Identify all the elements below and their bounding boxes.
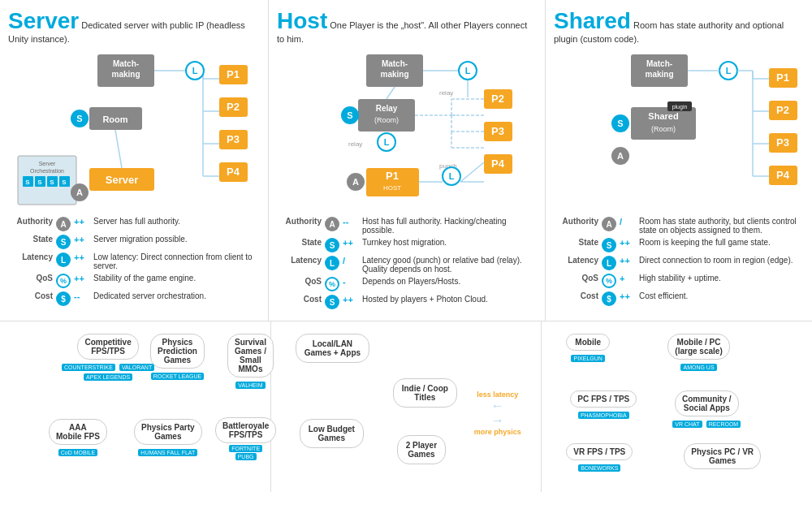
- svg-text:P3: P3: [491, 125, 504, 137]
- server-diagram: Match- making L: [8, 50, 260, 213]
- svg-text:P2: P2: [227, 101, 240, 113]
- svg-text:L: L: [465, 66, 471, 75]
- svg-text:plugin: plugin: [672, 104, 688, 110]
- svg-text:Match-: Match-: [646, 59, 672, 68]
- svg-line-81: [387, 87, 395, 99]
- uc-physics-pc-vr: Physics PC / VRGames: [684, 443, 761, 469]
- shared-title: Shared: [554, 8, 631, 33]
- svg-text:(Room): (Room): [651, 125, 676, 133]
- svg-text:making: making: [111, 70, 140, 79]
- server-header: Server Dedicated server with public IP (…: [8, 8, 260, 44]
- feature-cost: Cost $ -- Dedicated server orchestration…: [8, 291, 260, 306]
- server-features: Authority A ++ Server has full authority…: [8, 217, 260, 306]
- svg-text:Room: Room: [102, 114, 127, 124]
- feature-latency: Latency L ++ Low latency: Direct connect…: [8, 252, 260, 270]
- svg-line-30: [115, 130, 122, 168]
- shared-feature-authority: Authority A / Room has state authority, …: [554, 217, 806, 235]
- uc-survival: SurvivalGames /Small MMOs VALHEIM: [227, 334, 274, 389]
- svg-text:L: L: [192, 66, 198, 75]
- host-features: Authority A -- Host has full authority. …: [277, 217, 537, 309]
- svg-line-79: [460, 162, 484, 182]
- host-feature-state: State S ++ Turnkey host migration.: [277, 238, 537, 252]
- uc-arrow-latency: less latency ← → more physics: [474, 390, 521, 436]
- svg-text:HOST: HOST: [383, 184, 401, 192]
- svg-text:L: L: [449, 171, 455, 181]
- svg-text:P4: P4: [491, 157, 505, 170]
- svg-text:S: S: [617, 119, 623, 128]
- uc-vr-fps: VR FPS / TPS BONEWORKS: [566, 443, 633, 472]
- svg-text:S: S: [25, 179, 30, 186]
- uc-competitive: CompetitiveFPS/TPS COUNTERSTRIKE VALORAN…: [61, 334, 155, 381]
- svg-text:relay: relay: [348, 140, 362, 148]
- svg-text:Match-: Match-: [113, 59, 139, 68]
- uc-community: Community /Social Apps VR CHAT RECROOM: [672, 390, 741, 428]
- svg-text:P3: P3: [227, 133, 240, 145]
- shared-feature-cost: Cost $ ++ Cost efficient.: [554, 291, 806, 306]
- svg-text:S: S: [37, 179, 42, 186]
- uc-physics-party: Physics PartyGames HUMANS FALL FLAT: [134, 419, 202, 456]
- svg-text:relay: relay: [439, 89, 453, 97]
- svg-text:P1: P1: [776, 71, 789, 84]
- shared-header: Shared Room has state authority and opti…: [554, 8, 806, 44]
- host-header: Host One Player is the „host". All other…: [277, 8, 537, 44]
- uc-battle: BattleroyaleFPS/TPS FORTNITE PUBG: [215, 417, 276, 461]
- host-title: Host: [277, 8, 327, 33]
- host-use-cases: Local/LANGames + Apps Indie / CoopTitles…: [271, 321, 542, 492]
- svg-text:P1: P1: [386, 170, 399, 182]
- bottom-section: CompetitiveFPS/TPS COUNTERSTRIKE VALORAN…: [0, 321, 812, 492]
- feature-authority: Authority A ++ Server has full authority…: [8, 217, 260, 231]
- uc-aaa-mobile: AAAMobile FPS CoD MOBILE: [49, 419, 107, 456]
- svg-text:S: S: [62, 179, 67, 186]
- svg-text:A: A: [617, 151, 624, 161]
- svg-text:S: S: [50, 179, 54, 186]
- svg-text:Relay: Relay: [376, 104, 398, 113]
- svg-text:P3: P3: [776, 136, 789, 149]
- svg-text:Server: Server: [39, 161, 56, 166]
- host-column: Host One Player is the „host". All other…: [269, 0, 546, 321]
- svg-text:Shared: Shared: [648, 111, 678, 121]
- host-diagram: Match- making Relay (Room) S relay: [277, 50, 537, 213]
- svg-text:L: L: [384, 137, 390, 147]
- host-feature-cost: Cost S ++ Hosted by players + Photon Clo…: [277, 295, 537, 309]
- svg-text:(Room): (Room): [374, 116, 399, 124]
- main-container: Server Dedicated server with public IP (…: [0, 0, 812, 492]
- uc-mobile: Mobile PIXELGUN: [566, 334, 610, 362]
- server-use-case-area: CompetitiveFPS/TPS COUNTERSTRIKE VALORAN…: [8, 330, 262, 484]
- uc-pc-fps: PC FPS / TPS PHASMOPHOBIA: [570, 390, 637, 419]
- svg-text:making: making: [645, 70, 673, 79]
- uc-low-budget: Low BudgetGames: [300, 419, 364, 448]
- uc-indie: Indie / CoopTitles: [393, 378, 457, 408]
- uc-mobile-pc: Mobile / PC(large scale) AMONG US: [667, 334, 729, 371]
- svg-text:P4: P4: [776, 169, 790, 181]
- svg-text:Orchestration: Orchestration: [30, 168, 64, 174]
- svg-text:P2: P2: [491, 93, 504, 105]
- shared-use-case-area: Mobile PIXELGUN Mobile / PC(large scale)…: [550, 330, 804, 484]
- top-section: Server Dedicated server with public IP (…: [0, 0, 812, 321]
- feature-qos: QoS % ++ Stability of the game engine.: [8, 274, 260, 288]
- shared-features: Authority A / Room has state authority, …: [554, 217, 806, 306]
- svg-text:P1: P1: [227, 68, 240, 80]
- uc-2player: 2 PlayerGames: [397, 435, 446, 464]
- svg-text:Match-: Match-: [382, 59, 408, 68]
- svg-text:P2: P2: [776, 104, 789, 116]
- svg-text:S: S: [347, 110, 352, 120]
- shared-svg: Match- making L: [554, 50, 806, 213]
- svg-text:S: S: [76, 114, 82, 123]
- shared-column: Shared Room has state authority and opti…: [546, 0, 812, 321]
- shared-diagram: Match- making L: [554, 50, 806, 213]
- feature-state: State S ++ Server migration possible.: [8, 235, 260, 249]
- server-use-cases: CompetitiveFPS/TPS COUNTERSTRIKE VALORAN…: [0, 321, 271, 492]
- server-column: Server Dedicated server with public IP (…: [0, 0, 269, 321]
- shared-feature-state: State S ++ Room is keeping the full game…: [554, 238, 806, 252]
- server-svg: Match- making L: [8, 50, 260, 213]
- svg-text:P4: P4: [227, 166, 240, 178]
- svg-text:L: L: [726, 66, 732, 75]
- shared-use-cases: Mobile PIXELGUN Mobile / PC(large scale)…: [542, 321, 812, 492]
- host-svg: Match- making Relay (Room) S relay: [277, 50, 537, 213]
- svg-text:Server: Server: [106, 174, 138, 186]
- host-feature-qos: QoS % - Depends on Players/Hosts.: [277, 277, 537, 291]
- server-title: Server: [8, 8, 79, 33]
- svg-text:making: making: [380, 70, 408, 79]
- uc-physics-pred: PhysicsPredictionGames ROCKET LEAGUE: [150, 334, 205, 380]
- svg-text:A: A: [76, 188, 83, 197]
